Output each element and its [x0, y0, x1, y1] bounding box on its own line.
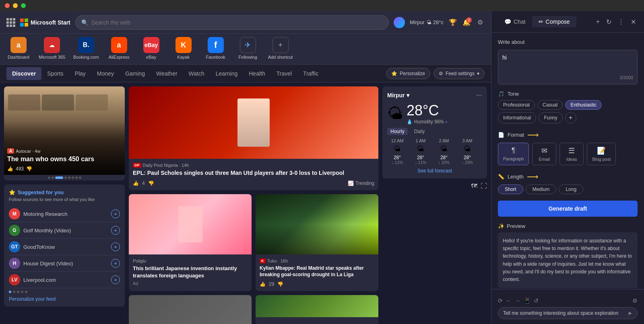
mbappe-likes: 29	[269, 281, 274, 287]
like-scholes-icon[interactable]: 👍	[133, 180, 139, 186]
chat-input-field[interactable]	[503, 310, 624, 316]
tone-add-button[interactable]: +	[565, 112, 576, 123]
tab-discover[interactable]: Discover	[6, 67, 41, 80]
shortcut-aliexpress[interactable]: a AliExpress	[107, 37, 131, 59]
format-ideas-button[interactable]: ☰ Ideas	[559, 143, 584, 165]
tab-play[interactable]: Play	[69, 67, 91, 80]
regenerate-icon[interactable]: ⟳	[498, 297, 503, 304]
settings-icon[interactable]: ⚙	[476, 18, 485, 27]
shortcut-kayak[interactable]: K Kayak	[171, 37, 196, 59]
copy-icon[interactable]: ↺	[534, 297, 539, 304]
feature-article-card[interactable]: A Autocar · 4w The man who owns 450 cars…	[4, 86, 125, 180]
minimize-window-button[interactable]	[13, 3, 18, 8]
apps-grid-icon[interactable]	[6, 18, 15, 27]
bottom-article-1[interactable]: Caterpillar	[129, 295, 252, 324]
prev-icon[interactable]: ←	[506, 297, 512, 304]
mbappe-article-card[interactable]: K Tuko · 16h Kylian Mbappe: Real Madrid …	[256, 194, 378, 291]
dislike-scholes-icon[interactable]: 👎	[148, 180, 154, 186]
personalize-feed-link[interactable]: Personalize your feed	[9, 296, 120, 302]
format-email-button[interactable]: ✉ Email	[532, 143, 556, 165]
add-liverpool-button[interactable]: +	[111, 275, 120, 284]
search-bar[interactable]: 🔍	[75, 15, 389, 30]
tab-traffic[interactable]: Traffic	[297, 67, 324, 80]
tab-hourly[interactable]: Hourly	[387, 128, 408, 135]
shortcut-ebay[interactable]: eBay eBay	[139, 37, 163, 59]
shortcut-dashboard[interactable]: a Dashboard	[6, 37, 31, 59]
add-goodtoknow-button[interactable]: +	[111, 242, 120, 251]
format-paragraph-button[interactable]: ¶ Paragraph	[498, 143, 529, 165]
like-icon[interactable]: 👍	[7, 166, 13, 172]
tone-funny-button[interactable]: Funny	[539, 112, 562, 123]
mobile-icon[interactable]: 📱	[524, 297, 530, 304]
tab-health[interactable]: Health	[243, 67, 270, 80]
weather-temp-toolbar: 28°c	[433, 19, 444, 25]
personalize-button[interactable]: ⭐ Personalize	[386, 68, 430, 79]
format-blogpost-button[interactable]: 📝 Blog post	[587, 143, 616, 165]
maximize-window-button[interactable]	[21, 3, 26, 8]
ms-start-logo[interactable]: Microsoft Start	[20, 18, 70, 27]
tab-gaming[interactable]: Gaming	[120, 67, 151, 80]
generate-draft-button[interactable]: Generate draft	[498, 201, 638, 217]
add-motoring-button[interactable]: +	[111, 209, 120, 218]
char-count: 3/2000	[502, 75, 633, 80]
length-medium-button[interactable]: Medium	[526, 185, 557, 194]
tone-enthusiastic-button[interactable]: Enthusiastic	[565, 100, 602, 110]
refresh-chat-button[interactable]: ↻	[605, 16, 613, 27]
shortcut-facebook[interactable]: f Facebook	[204, 37, 228, 59]
humidity-chevron[interactable]: ›	[446, 119, 447, 125]
tab-money[interactable]: Money	[91, 67, 120, 80]
location-chevron[interactable]: ▾	[407, 92, 409, 98]
ebay-icon: eBay	[143, 37, 159, 53]
shortcut-ms365[interactable]: ☁ Microsoft 365	[39, 37, 65, 59]
length-short-button[interactable]: Short	[498, 185, 523, 194]
feed-settings-button[interactable]: ⚙ Feed settings ▾	[433, 68, 485, 79]
shortcut-following[interactable]: ✈ Following	[236, 37, 260, 59]
next-icon[interactable]: →	[515, 297, 520, 304]
see-full-forecast-link[interactable]: See full forecast	[387, 168, 482, 174]
scholes-article-card[interactable]: DP Daily Post Nigeria · 14h EPL: Paul Sc…	[129, 86, 378, 190]
map-icon[interactable]: 🗺	[471, 183, 477, 190]
tone-informational-button[interactable]: Informational	[498, 112, 536, 123]
close-chat-button[interactable]: ✕	[629, 16, 638, 27]
shortcut-aliexpress-label: AliExpress	[109, 55, 130, 59]
tab-learning[interactable]: Learning	[210, 67, 244, 80]
email-icon: ✉	[541, 146, 547, 155]
bing-icon[interactable]	[394, 17, 405, 28]
tab-sports[interactable]: Sports	[41, 67, 69, 80]
chat-settings-icon[interactable]: ⚙	[632, 297, 638, 304]
chat-tab-icon: 💬	[504, 18, 511, 25]
tab-chat[interactable]: 💬 Chat	[498, 16, 532, 27]
shortcut-booking[interactable]: B. Booking.com	[73, 37, 99, 59]
tone-professional-button[interactable]: Professional	[498, 100, 535, 110]
weather-more-icon[interactable]: ⋯	[476, 91, 482, 99]
dislike-mbappe-icon[interactable]: 👎	[277, 281, 283, 287]
shortcut-ms365-label: Microsoft 365	[39, 55, 65, 59]
length-long-button[interactable]: Long	[559, 185, 583, 194]
search-input[interactable]	[91, 19, 383, 26]
notifications-icon[interactable]: 🔔 2	[462, 18, 471, 27]
send-icon[interactable]: ➤	[627, 310, 632, 316]
write-about-container[interactable]: hi 3/2000	[498, 50, 638, 84]
weather-humidity: 💧 Humidity 96% ›	[407, 119, 447, 125]
tab-weather[interactable]: Weather	[151, 67, 183, 80]
close-window-button[interactable]	[5, 3, 10, 8]
tone-casual-button[interactable]: Casual	[537, 100, 563, 110]
japanese-article-card[interactable]: Poliglu This brilliant Japanese inventio…	[129, 194, 252, 291]
tab-compose[interactable]: ✏ Compose	[532, 16, 576, 27]
tab-travel[interactable]: Travel	[271, 67, 297, 80]
add-golf-button[interactable]: +	[111, 226, 120, 235]
like-mbappe-icon[interactable]: 👍	[260, 281, 266, 287]
dislike-icon[interactable]: 👎	[26, 166, 32, 172]
chat-input-bar[interactable]: ➤	[498, 307, 638, 319]
bottom-article-2[interactable]	[256, 295, 378, 324]
shortcut-add[interactable]: + Add shortcut	[268, 37, 293, 59]
tab-watch[interactable]: Watch	[183, 67, 210, 80]
chat-menu-button[interactable]: ⋮	[616, 16, 626, 27]
add-housedigest-button[interactable]: +	[111, 259, 120, 268]
expand-icon[interactable]: ⛶	[481, 183, 487, 190]
new-chat-button[interactable]: +	[594, 16, 601, 27]
personalize-label: Personalize	[400, 71, 425, 76]
tab-daily[interactable]: Daily	[411, 128, 428, 135]
write-about-input[interactable]: hi	[502, 54, 633, 74]
trophy-icon[interactable]: 🏆	[448, 18, 457, 27]
